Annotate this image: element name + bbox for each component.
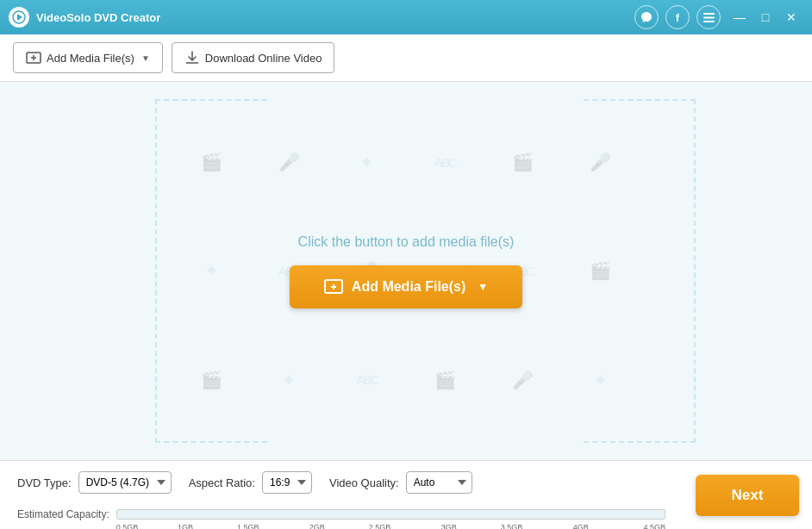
svg-rect-4 xyxy=(703,21,715,22)
center-content: Click the button to add media file(s) Ad… xyxy=(290,234,522,308)
titlebar-icons: f xyxy=(634,5,721,29)
video-quality-group: Video Quality: Auto High Medium Low xyxy=(329,471,472,494)
svg-rect-3 xyxy=(703,16,715,18)
tick-1: 1GB xyxy=(178,523,193,529)
tick-4: 2.5GB xyxy=(369,523,391,529)
capacity-label: Estimated Capacity: xyxy=(17,508,109,520)
video-quality-label: Video Quality: xyxy=(329,476,399,489)
download-video-label: Download Online Video xyxy=(205,52,322,65)
toolbar: Add Media File(s) ▼ Download Online Vide… xyxy=(0,34,812,82)
svg-marker-1 xyxy=(17,14,22,21)
add-media-large-arrow: ▼ xyxy=(478,281,488,293)
window-controls: — □ ✕ xyxy=(728,5,803,29)
menu-icon[interactable] xyxy=(696,5,721,29)
close-button[interactable]: ✕ xyxy=(779,5,803,29)
maximize-button[interactable]: □ xyxy=(753,5,778,29)
svg-rect-2 xyxy=(703,13,715,15)
dvd-type-select[interactable]: DVD-5 (4.7G) DVD-9 (8.5G) xyxy=(78,471,172,494)
bottom-bar: DVD Type: DVD-5 (4.7G) DVD-9 (8.5G) Aspe… xyxy=(0,460,812,529)
add-media-dropdown-arrow: ▼ xyxy=(141,53,150,63)
tick-2: 1.5GB xyxy=(237,523,259,529)
aspect-ratio-select[interactable]: 16:9 4:3 xyxy=(262,471,312,494)
add-media-large-label: Add Media File(s) xyxy=(352,279,465,295)
next-button[interactable]: Next xyxy=(696,475,799,516)
add-media-prompt: Click the button to add media file(s) xyxy=(298,234,515,250)
app-title: VideoSolo DVD Creator xyxy=(36,11,634,24)
facebook-icon[interactable]: f xyxy=(665,5,690,29)
chat-icon[interactable] xyxy=(634,5,659,29)
video-quality-select[interactable]: Auto High Medium Low xyxy=(406,471,472,494)
aspect-ratio-group: Aspect Ratio: 16:9 4:3 xyxy=(189,471,312,494)
dvd-type-label: DVD Type: xyxy=(17,476,72,489)
tick-7: 4GB xyxy=(573,523,589,529)
tick-0: 0.5GB xyxy=(116,523,139,529)
main-content-area: 🎬 🎤 ✦ ABC 🎬 🎤 ✦ ABC 🎤 ✦ ABC 🎬 🎬 ✦ ABC 🎬 … xyxy=(0,82,812,460)
add-media-label: Add Media File(s) xyxy=(47,52,134,65)
add-media-button[interactable]: Add Media File(s) ▼ xyxy=(13,42,163,73)
download-video-button[interactable]: Download Online Video xyxy=(172,42,335,73)
minimize-button[interactable]: — xyxy=(728,5,752,29)
aspect-ratio-label: Aspect Ratio: xyxy=(189,476,255,489)
capacity-ticks: 0.5GB 1GB 1.5GB 2GB 2.5GB 3GB 3.5GB 4GB … xyxy=(116,523,665,529)
right-decorative-box xyxy=(584,99,696,443)
capacity-row: Estimated Capacity: 0.5GB 1GB 1.5GB 2GB … xyxy=(17,508,665,520)
tick-3: 2GB xyxy=(309,523,325,529)
dvd-type-group: DVD Type: DVD-5 (4.7G) DVD-9 (8.5G) xyxy=(17,471,172,494)
titlebar: VideoSolo DVD Creator f — □ ✕ xyxy=(0,0,812,34)
settings-row: DVD Type: DVD-5 (4.7G) DVD-9 (8.5G) Aspe… xyxy=(17,471,472,494)
tick-8: 4.5GB xyxy=(643,523,665,529)
add-media-large-button[interactable]: Add Media File(s) ▼ xyxy=(290,265,522,308)
app-logo xyxy=(9,7,29,28)
left-decorative-box xyxy=(155,99,267,443)
tick-6: 3.5GB xyxy=(501,523,523,529)
capacity-bar xyxy=(116,509,665,520)
tick-5: 3GB xyxy=(441,523,457,529)
